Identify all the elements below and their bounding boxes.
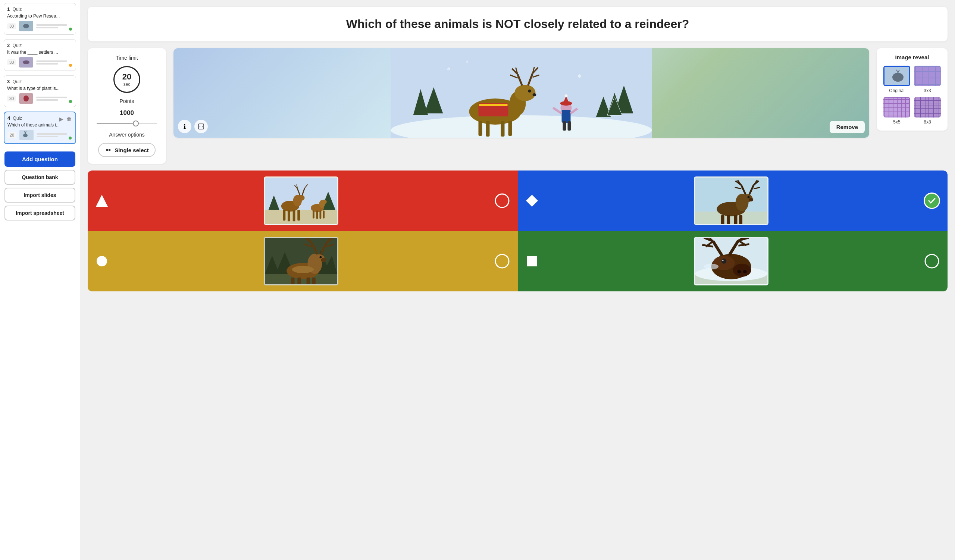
elk-svg [265,177,337,225]
svg-rect-47 [568,121,571,131]
svg-rect-129 [527,256,537,266]
reveal-options-grid: Original 3x3 5x5 8x8 [883,66,941,125]
reveal-option-3x3[interactable]: 3x3 [914,66,941,93]
svg-text:❄: ❄ [465,60,468,64]
answer-circle-red [494,192,510,209]
answer-cell-yellow[interactable] [88,231,518,291]
svg-text:❄: ❄ [447,66,451,72]
answer-cell-green[interactable] [518,231,948,291]
item-type-3: Quiz [13,79,22,84]
svg-point-134 [733,264,751,277]
item-screen-icon-4[interactable]: ▶ [59,115,64,123]
import-slides-button[interactable]: Import slides [5,188,75,203]
svg-point-121 [321,258,326,262]
svg-point-97 [749,198,753,202]
item-thumb-4 [19,130,34,140]
svg-point-128 [495,255,509,268]
time-circle[interactable]: 20 sec [113,66,140,93]
image-edit-button[interactable] [194,120,208,133]
single-select-button[interactable]: Single select [98,143,155,157]
answer-circle-yellow [494,253,510,269]
svg-rect-22 [486,121,490,136]
points-label: Points [97,98,157,104]
reveal-thumb-8x8 [914,97,941,117]
item-dot-4 [69,136,72,139]
image-info-button[interactable]: ℹ [178,120,191,133]
item-text-1: According to Pew Resea... [7,13,73,19]
svg-marker-58 [96,195,108,207]
sidebar: 1 Quiz According to Pew Resea... 30 2 Qu… [0,0,80,560]
center-image-area: ❄ ❄ ❄ ℹ Remove [174,48,869,138]
main-image-area: ❄ ❄ ❄ ℹ Remove [174,48,869,138]
item-bars-3 [36,97,73,101]
question-card: Which of these animals is NOT closely re… [88,7,947,41]
svg-point-151 [925,255,939,268]
image-reveal-panel: Image reveal Original 3x3 [877,48,947,131]
reveal-option-8x8[interactable]: 8x8 [914,97,941,125]
image-edit-icon [198,124,204,130]
reveal-option-original[interactable]: Original [883,66,910,93]
slider-thumb [133,120,139,127]
settings-row: Time limit 20 sec Points 1000 Answer opt… [88,48,947,164]
item-type-2: Quiz [13,43,22,48]
item-text-3: What is a type of plant is... [7,86,73,91]
svg-rect-81 [323,210,324,218]
answer-img-red [264,177,338,225]
svg-rect-21 [479,121,482,136]
svg-rect-79 [316,210,318,219]
answers-grid [88,171,947,291]
svg-rect-99 [721,215,725,224]
elk2-svg [265,237,337,285]
item-text-2: It was the ____ settlers ... [7,50,73,55]
question-title: Which of these animals is NOT closely re… [101,17,934,31]
svg-point-123 [292,266,314,273]
svg-point-5 [23,95,29,102]
answer-img-box-green [542,237,920,285]
reveal-option-5x5[interactable]: 5x5 [883,97,910,125]
question-bank-button[interactable]: Question bank [5,170,75,185]
item-number-4: 4 [8,115,10,121]
item-type-4: Quiz [13,116,22,121]
item-thumb-2 [19,57,33,67]
item-delete-icon-4[interactable]: 🗑 [66,115,72,123]
svg-rect-73 [293,210,296,221]
points-value: 1000 [97,109,157,117]
sidebar-item-2[interactable]: 2 Quiz It was the ____ settlers ... 30 [4,39,76,71]
item-number-1: 1 [7,6,10,12]
svg-point-150 [704,264,719,270]
sidebar-item-4[interactable]: 4 Quiz Which of these animals i... 20 ▶ … [4,111,76,144]
svg-rect-126 [307,278,310,285]
sidebar-item-3[interactable]: 3 Quiz What is a type of plant is... 30 [4,75,76,107]
svg-point-98 [747,196,750,198]
item-thumb-3 [19,93,33,104]
import-spreadsheet-button[interactable]: Import spreadsheet [5,206,75,221]
item-points-2: 30 [7,59,16,65]
remove-image-button[interactable]: Remove [830,121,865,133]
time-limit-label: Time limit [97,55,157,61]
svg-point-55 [892,73,903,82]
add-question-button[interactable]: Add question [5,152,75,167]
reveal-thumb-original [883,66,910,86]
reveal-label-8x8: 8x8 [924,119,931,125]
svg-point-82 [495,194,509,207]
time-value: 20 [122,72,131,82]
diamond-shape [525,194,539,207]
sidebar-item-1[interactable]: 1 Quiz According to Pew Resea... 30 [4,3,76,35]
svg-rect-23 [501,121,505,136]
svg-rect-72 [288,210,290,221]
answer-img-green [694,237,769,285]
answer-cell-blue[interactable] [518,171,948,231]
svg-point-11 [108,149,110,151]
reveal-label-original: Original [889,88,904,93]
svg-point-1 [23,24,29,28]
points-slider[interactable] [97,123,157,124]
svg-marker-83 [526,195,538,207]
item-number-2: 2 [7,42,10,48]
item-points-3: 30 [7,95,16,102]
item-type-1: Quiz [13,7,22,12]
svg-rect-100 [727,215,730,225]
svg-point-10 [106,149,108,151]
reveal-label-5x5: 5x5 [893,119,900,125]
check-icon [927,196,936,205]
answer-cell-red[interactable] [88,171,518,231]
